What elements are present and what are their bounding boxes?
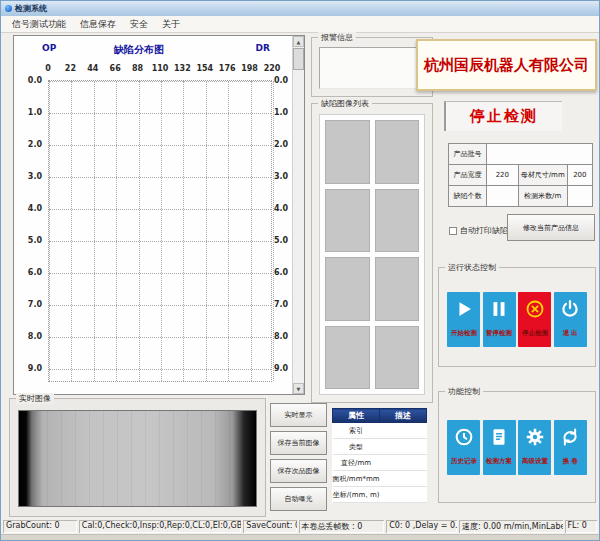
defect-detail-table: 属性描述 索引类型直径/mm面积/mm*mm坐标/(mm, m) [332,408,427,503]
x-tick-label: 88 [126,64,150,73]
grid-vline [228,81,229,381]
modify-product-button[interactable]: 修改当前产品信息 [507,214,595,241]
run-control-button-2[interactable]: 暂停检测 [483,292,516,347]
grid-hline [49,369,271,370]
play-icon [453,298,475,320]
product-batch-value[interactable] [487,144,593,165]
function-control-button-label: 高级设置 [522,456,548,465]
defect-image-cell[interactable] [325,120,370,184]
image-button-1[interactable]: 实时显示 [270,403,327,427]
alarm-group: 报警信息 [311,37,433,97]
grid-hline [49,81,271,82]
swap-icon [559,426,581,448]
product-width-label: 产品宽度 [449,165,487,186]
pause-icon [488,298,510,320]
detail-header-2: 描述 [380,409,427,423]
function-control-button-1[interactable]: 历史记录 [447,420,480,475]
run-control-button-label: 退 出 [563,328,578,337]
scrollbar-thumb[interactable] [293,48,304,70]
defect-image-cell[interactable] [375,326,420,390]
grid-vline [139,81,140,381]
defect-count-value[interactable] [487,186,519,207]
grid-hline [49,305,271,306]
function-control-button-label: 检测方案 [486,456,512,465]
y-tick-label-left: 5.0 [20,236,42,245]
defect-image-cell[interactable] [325,189,370,253]
window-title: 检测系统 [15,3,47,14]
detection-status-text: 停止检测 [470,107,538,126]
scroll-down-icon[interactable]: ▼ [293,383,304,394]
run-control-button-3[interactable]: 停止检测 [518,292,551,347]
company-banner: 杭州国辰机器人有限公司 [416,39,597,91]
menu-item-1[interactable]: 信号测试功能 [5,17,73,32]
detail-row: 直径/mm [333,455,427,471]
defect-image-cell[interactable] [325,326,370,390]
grid-vline [49,81,50,381]
image-button-3[interactable]: 保存次品图像 [270,459,327,483]
scroll-up-icon[interactable]: ▲ [293,36,304,47]
y-tick-label-left: 2.0 [20,140,42,149]
menu-item-3[interactable]: 安全 [123,17,155,32]
defect-distribution-chart: OP 缺陷分布图 DR 0224466881101321541761982200… [13,35,305,395]
function-control-group: 功能控制 历史记录检测方案高级设置换 卷 [438,391,596,503]
y-tick-label-left: 9.0 [20,364,42,373]
run-buttons-row: 开始检测暂停检测停止检测退 出 [447,292,587,347]
status-segment-3: SaveCount: 0 [243,520,296,533]
detail-header-1: 属性 [333,409,380,423]
grid-vline [71,81,72,381]
grid-vline [206,81,207,381]
defect-image-cell[interactable] [375,257,420,321]
grid-vline [116,81,117,381]
document-icon [488,426,510,448]
function-control-button-label: 换 卷 [563,456,578,465]
run-control-button-4[interactable]: 退 出 [554,292,587,347]
x-tick-label: 44 [81,64,105,73]
function-control-button-3[interactable]: 高级设置 [518,420,551,475]
product-width-value[interactable]: 220 [487,165,519,186]
grid-hline [49,337,271,338]
y-tick-label-left: 8.0 [20,332,42,341]
grid-hline [49,145,271,146]
status-segment-7: FL: 0 [565,520,598,533]
grid-hline [49,113,271,114]
material-size-value[interactable]: 200 [567,165,592,186]
detail-row: 类型 [333,439,427,455]
run-control-button-1[interactable]: 开始检测 [447,292,480,347]
detail-row: 坐标/(mm, m) [333,487,427,503]
app-window: 检测系统 信号测试功能信息保存安全关于 OP 缺陷分布图 DR 02244668… [0,0,600,541]
app-icon [5,5,12,12]
menu-item-2[interactable]: 信息保存 [73,17,123,32]
image-button-2[interactable]: 保存当前图像 [270,431,327,455]
detail-row-label: 索引 [333,423,380,439]
y-tick-label-left: 6.0 [20,268,42,277]
y-tick-label-left: 1.0 [20,108,42,117]
y-tick-label-left: 4.0 [20,204,42,213]
x-tick-label: 132 [170,64,194,73]
titlebar: 检测系统 [1,1,599,16]
alarm-group-title: 报警信息 [318,32,356,43]
function-control-button-4[interactable]: 换 卷 [554,420,587,475]
defect-image-cell[interactable] [375,189,420,253]
alarm-message-area [319,47,425,89]
defect-list-title: 缺陷图像列表 [318,98,372,109]
defect-image-grid [319,114,425,395]
function-control-button-2[interactable]: 检测方案 [483,420,516,475]
x-tick-label: 22 [58,64,82,73]
function-control-button-label: 历史记录 [451,456,477,465]
chart-scrollbar[interactable]: ▲ ▼ [292,36,304,394]
x-tick-label: 154 [193,64,217,73]
defect-image-cell[interactable] [325,257,370,321]
menu-item-4[interactable]: 关于 [155,17,187,32]
stop-icon [524,298,546,320]
meters-label: 检测米数/m [518,186,567,207]
defect-image-cell[interactable] [375,120,420,184]
image-button-4[interactable]: 自动曝光 [270,487,327,511]
meters-value[interactable] [567,186,592,207]
x-tick-label: 176 [215,64,239,73]
detail-row-label: 直径/mm [333,455,380,471]
live-image-title: 实时图像 [16,393,54,404]
auto-print-checkbox[interactable] [449,227,457,235]
gear-icon [524,426,546,448]
run-control-button-label: 停止检测 [522,328,548,337]
x-tick-label: 220 [260,64,284,73]
